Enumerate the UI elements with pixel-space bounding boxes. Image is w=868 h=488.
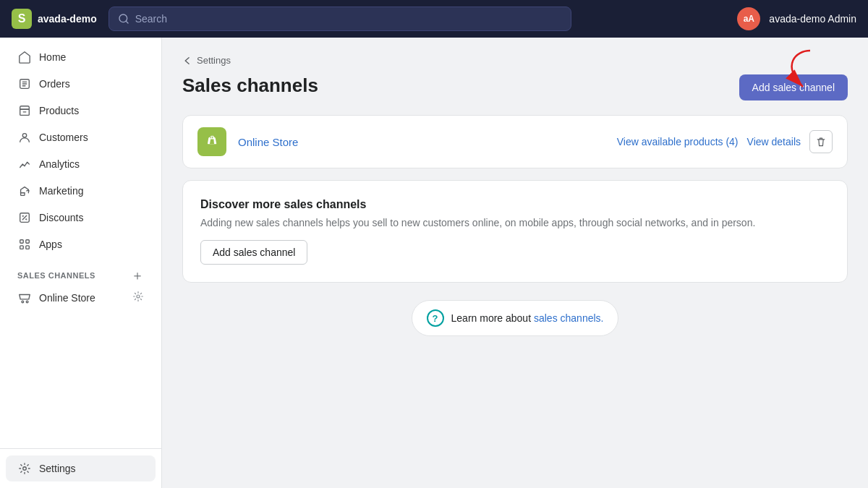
sidebar-nav: Home Orders Products Cu xyxy=(0,38,161,448)
main-layout: Home Orders Products Cu xyxy=(0,38,868,488)
svg-point-12 xyxy=(137,295,140,298)
products-icon xyxy=(17,103,32,118)
discover-description: Adding new sales channels helps you sell… xyxy=(200,217,830,228)
discover-channels-card: Discover more sales channels Adding new … xyxy=(182,180,848,283)
main-content: Settings Sales channels Add sales channe… xyxy=(162,38,868,488)
sidebar-item-marketing[interactable]: Marketing xyxy=(6,178,156,204)
online-store-name[interactable]: Online Store xyxy=(238,136,298,148)
svg-point-11 xyxy=(26,301,28,303)
sidebar-item-products[interactable]: Products xyxy=(6,98,156,124)
brand-logo[interactable]: S avada-demo xyxy=(12,9,97,29)
avatar[interactable]: aA xyxy=(737,7,760,30)
shopify-letter: S xyxy=(18,12,26,25)
delete-channel-button[interactable] xyxy=(809,130,833,153)
svg-rect-7 xyxy=(26,240,30,244)
add-sales-channel-icon-button[interactable]: ＋ xyxy=(131,269,144,282)
discover-title: Discover more sales channels xyxy=(200,198,830,211)
store-nav-icon xyxy=(17,291,32,305)
page-header: Sales channels Add sales channel xyxy=(182,74,848,100)
brand-name: avada-demo xyxy=(38,13,97,25)
view-products-link[interactable]: View available products (4) xyxy=(617,136,739,147)
sidebar-item-home[interactable]: Home xyxy=(6,44,156,70)
learn-more-section: ? Learn more about sales channels. xyxy=(182,300,848,336)
shopify-icon: S xyxy=(12,9,32,29)
shopify-bag-icon xyxy=(203,133,221,150)
search-input[interactable] xyxy=(135,13,562,25)
settings-icon xyxy=(17,461,32,476)
sales-channels-label: SALES CHANNELS xyxy=(17,271,95,280)
svg-point-10 xyxy=(22,301,24,303)
marketing-icon xyxy=(17,184,32,198)
sidebar-item-customers[interactable]: Customers xyxy=(6,124,156,150)
add-sales-channel-button[interactable]: Add sales channel xyxy=(739,74,848,100)
svg-rect-8 xyxy=(20,246,24,249)
sidebar-item-online-store[interactable]: Online Store xyxy=(6,286,156,310)
apps-icon xyxy=(17,237,32,252)
sales-channels-link[interactable]: sales channels. xyxy=(534,312,604,324)
topnav-right: aA avada-demo Admin xyxy=(737,7,856,30)
orders-icon xyxy=(17,77,32,91)
search-icon xyxy=(118,13,129,25)
online-store-row: Online Store View available products (4)… xyxy=(183,116,847,168)
discover-card-content: Discover more sales channels Adding new … xyxy=(183,181,847,282)
analytics-icon xyxy=(17,157,32,171)
sidebar-item-apps[interactable]: Apps xyxy=(6,231,156,257)
sidebar-bottom: Settings xyxy=(0,448,161,488)
learn-more-text: Learn more about sales channels. xyxy=(451,312,604,324)
channel-settings-icon[interactable] xyxy=(132,291,144,305)
svg-point-4 xyxy=(22,134,26,137)
online-store-icon xyxy=(197,127,226,156)
store-actions: View available products (4) View details xyxy=(617,130,833,153)
channel-item-left: Online Store xyxy=(17,291,95,305)
svg-rect-6 xyxy=(20,240,24,244)
sidebar-item-orders[interactable]: Orders xyxy=(6,71,156,97)
home-icon xyxy=(17,50,32,64)
discounts-icon xyxy=(17,210,32,225)
online-store-label: Online Store xyxy=(39,292,95,304)
customers-icon xyxy=(17,130,32,145)
sidebar-item-discounts[interactable]: Discounts xyxy=(6,205,156,231)
search-bar[interactable] xyxy=(109,7,571,31)
view-details-link[interactable]: View details xyxy=(747,136,801,147)
back-icon xyxy=(182,56,192,66)
add-sales-channel-secondary-button[interactable]: Add sales channel xyxy=(200,240,307,265)
top-navigation: S avada-demo aA avada-demo Admin xyxy=(0,0,868,38)
sidebar-item-settings[interactable]: Settings xyxy=(6,455,156,481)
sales-channels-section: SALES CHANNELS ＋ xyxy=(6,263,156,285)
page-title: Sales channels xyxy=(182,74,318,97)
breadcrumb[interactable]: Settings xyxy=(182,55,848,66)
help-icon: ? xyxy=(427,309,444,327)
svg-line-1 xyxy=(126,21,128,23)
settings-label: Settings xyxy=(39,463,76,474)
learn-more-pill: ? Learn more about sales channels. xyxy=(412,300,619,336)
breadcrumb-text: Settings xyxy=(197,55,231,66)
admin-name: avada-demo Admin xyxy=(769,13,856,25)
online-store-card: Online Store View available products (4)… xyxy=(182,115,848,168)
svg-point-13 xyxy=(23,467,27,471)
svg-rect-9 xyxy=(26,246,30,249)
trash-icon xyxy=(815,136,827,147)
sidebar: Home Orders Products Cu xyxy=(0,38,162,488)
sidebar-item-analytics[interactable]: Analytics xyxy=(6,151,156,177)
